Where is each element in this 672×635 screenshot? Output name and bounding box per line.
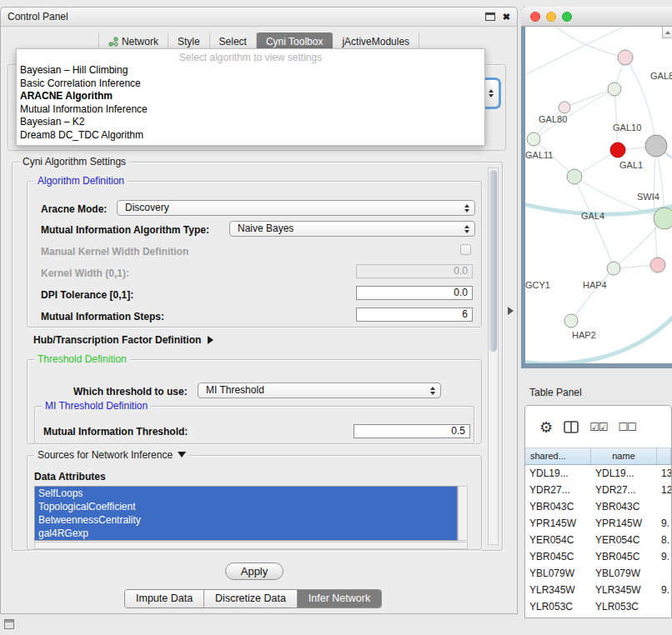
apply-button[interactable]: Apply (225, 562, 283, 580)
combo-arrows-icon (489, 89, 494, 98)
kernel-width-field[interactable]: 0.0 (356, 264, 473, 278)
dropdown-item-aracne[interactable]: ARACNE Algorithm (17, 90, 484, 103)
dropdown-placeholder: Select algorithm to view settings (17, 51, 484, 64)
panel-divider-handle[interactable] (508, 307, 514, 315)
manual-kernel-label: Manual Kernel Width Definition (41, 246, 188, 258)
node-pale-pink[interactable] (559, 102, 570, 113)
node-green[interactable] (607, 262, 620, 275)
table-row[interactable]: YPR145W YPR145W 9. (525, 515, 671, 532)
float-window-icon[interactable] (485, 12, 495, 21)
column-header-extra[interactable] (657, 448, 671, 464)
hub-definition-toggle[interactable]: Hub/Transcription Factor Definition (33, 334, 213, 346)
node-green[interactable] (608, 82, 621, 96)
mi-threshold-field[interactable]: 0.5 (354, 424, 470, 438)
network-canvas[interactable]: GAL8 GAL80 GAL10 GAL11 GAL1 SWI4 GAL4 GC… (525, 27, 672, 363)
node-green[interactable] (567, 169, 582, 184)
which-threshold-combo[interactable]: MI Threshold (198, 382, 441, 398)
mi-type-combo[interactable]: Naive Bayes (229, 221, 475, 237)
cell-shared: YBR043C (525, 498, 591, 515)
algorithm-dropdown-popup: Select algorithm to view settings Bayesi… (16, 48, 485, 146)
aracne-mode-label: Aracne Mode: (41, 203, 107, 215)
tab-infer-network[interactable]: Infer Network (297, 590, 381, 608)
close-traffic-light[interactable] (530, 12, 540, 22)
control-panel-titlebar: Control Panel ✖ (1, 8, 517, 27)
node-gray-large[interactable] (645, 135, 667, 157)
table-row[interactable]: YDL19... YDL19... 13 (525, 465, 671, 482)
network-window-titlebar[interactable] (521, 7, 672, 27)
mi-type-label: Mutual Information Algorithm Type: (41, 224, 209, 236)
cell-value: 8. (657, 532, 671, 548)
threshold-definition-title: Threshold Definition (34, 353, 130, 365)
restore-panel-icon[interactable] (4, 619, 14, 629)
cell-name: YLR345W (591, 582, 657, 598)
tab-impute-data[interactable]: Impute Data (125, 590, 203, 608)
minimize-traffic-light[interactable] (546, 12, 556, 22)
attribute-item[interactable]: BetweennessCentrality (35, 513, 457, 527)
dropdown-item-basic-correlation[interactable]: Basic Correlation Inference (17, 78, 484, 91)
dropdown-item-dream8[interactable]: Dream8 DC_TDC Algorithm (17, 129, 484, 142)
node-label: GAL80 (539, 114, 567, 124)
algorithm-definition-title: Algorithm Definition (34, 175, 128, 187)
gear-icon[interactable]: ⚙ (539, 418, 553, 436)
node-label: GCY1 (525, 280, 550, 290)
data-attributes-label: Data Attributes (34, 471, 106, 482)
manual-kernel-checkbox[interactable] (460, 244, 471, 255)
table-row[interactable]: YBL079W YBL079W (525, 565, 671, 582)
node-green[interactable] (527, 132, 540, 146)
which-threshold-label: Which threshold to use: (73, 386, 188, 398)
settings-scrollbar-thumb[interactable] (489, 170, 497, 352)
threshold-definition-group: Threshold Definition Which threshold to … (27, 359, 482, 444)
node-label: GAL4 (581, 211, 604, 221)
combo-arrows-icon (464, 204, 469, 212)
collapse-down-icon (178, 452, 186, 458)
combo-arrows-icon (430, 387, 435, 395)
column-header-name[interactable]: name (591, 448, 657, 464)
cell-value: 13 (657, 465, 671, 482)
cell-shared: YER054C (525, 532, 591, 548)
dropdown-item-bayesian-k2[interactable]: Bayesian – K2 (17, 116, 484, 129)
column-header-shared[interactable]: shared... (525, 448, 591, 464)
node-pink[interactable] (650, 258, 665, 272)
deselect-all-icon[interactable]: ☐☐ (618, 421, 635, 433)
node-green-large[interactable] (654, 208, 672, 229)
cell-shared: YPR145W (525, 515, 591, 532)
attribute-list-hscrollbar[interactable] (34, 542, 468, 549)
attribute-item[interactable]: gal4RGexp (35, 527, 457, 540)
network-edges (525, 27, 664, 321)
table-row[interactable]: YLR053C YLR053C (525, 598, 671, 615)
mi-threshold-group-title: MI Threshold Definition (42, 400, 151, 412)
table-row[interactable]: YER054C YER054C 8. (525, 532, 671, 548)
cell-shared: YDL19... (525, 465, 591, 482)
mi-steps-label: Mutual Information Steps: (41, 311, 164, 322)
table-row[interactable]: YLR345W YLR345W 9. (525, 582, 671, 598)
zoom-traffic-light[interactable] (562, 12, 572, 22)
attribute-item[interactable]: SelfLoops (35, 487, 457, 500)
table-row[interactable]: YBR045C YBR045C 9. (525, 548, 671, 565)
cell-value (657, 498, 671, 515)
dropdown-item-mutual-information[interactable]: Mutual Information Inference (17, 103, 484, 117)
canvas-scroll-button[interactable] (662, 27, 672, 38)
algorithm-definition-group: Algorithm Definition Aracne Mode: Discov… (27, 181, 482, 328)
close-icon[interactable]: ✖ (503, 12, 510, 22)
node-pink-top[interactable] (618, 50, 633, 65)
node-green[interactable] (564, 314, 578, 328)
node-red-selected[interactable] (610, 142, 625, 158)
expand-right-icon (208, 336, 213, 344)
settings-scrollbar[interactable] (488, 168, 499, 545)
table-row[interactable]: YBR043C YBR043C (525, 498, 671, 515)
aracne-mode-combo[interactable]: Discovery (117, 200, 475, 216)
columns-icon[interactable] (564, 421, 579, 433)
attribute-list-vscrollbar[interactable] (458, 486, 468, 541)
sources-group-title[interactable]: Sources for Network Inference (34, 449, 189, 461)
cell-name: YBL079W (591, 565, 657, 582)
mi-steps-field[interactable]: 6 (356, 308, 473, 322)
bottom-tabs: Impute Data Discretize Data Infer Networ… (124, 589, 382, 608)
dpi-tolerance-field[interactable]: 0.0 (356, 286, 473, 300)
select-all-icon[interactable]: ☑☑ (589, 421, 607, 433)
tab-discretize-data[interactable]: Discretize Data (203, 590, 297, 608)
mi-type-value: Naive Bayes (238, 222, 293, 236)
table-row[interactable]: YDR27... YDR27... 12 (525, 482, 671, 498)
cell-value: 9. (657, 515, 671, 532)
dropdown-item-bayesian-hill-climbing[interactable]: Bayesian – Hill Climbing (17, 64, 484, 78)
attribute-item[interactable]: TopologicalCoefficient (35, 500, 457, 513)
